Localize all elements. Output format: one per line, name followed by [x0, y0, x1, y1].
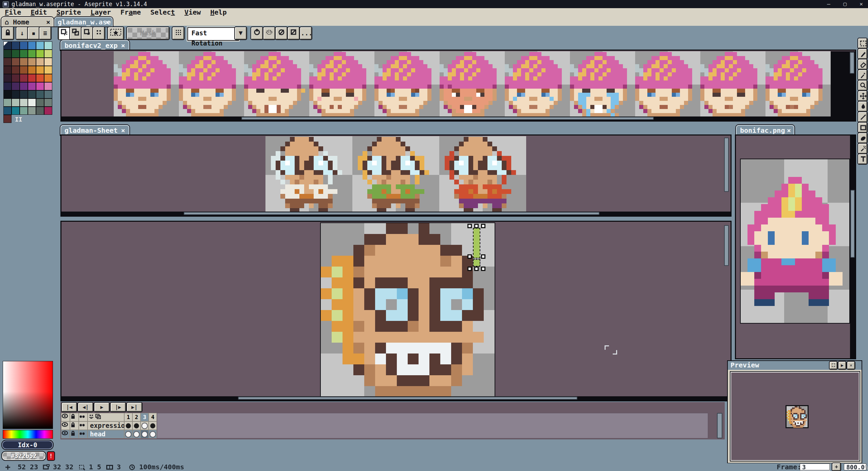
selection-handle-e[interactable] — [481, 254, 485, 259]
grid-settings-button[interactable] — [172, 27, 184, 39]
palette-swatch[interactable] — [44, 82, 52, 90]
menu-sprite[interactable]: Sprite — [52, 8, 86, 17]
selection-handle-ne[interactable] — [481, 224, 485, 228]
selection-subtract-button[interactable] — [81, 27, 93, 39]
palette-swatch[interactable] — [44, 107, 52, 115]
timeline-header-lock[interactable] — [70, 413, 79, 421]
palette-swatch[interactable] — [20, 58, 28, 66]
frame-increment-button[interactable]: + — [832, 463, 841, 471]
tab-bonifacv2-exp-close-icon[interactable]: × — [118, 41, 125, 50]
reference-editor-view[interactable] — [735, 134, 856, 359]
palette-swatch[interactable] — [36, 90, 44, 98]
mask-button[interactable]: Mask — [127, 27, 169, 39]
no-transform-button[interactable] — [288, 27, 299, 39]
marquee-tool-button[interactable] — [858, 38, 867, 48]
palette-options-button[interactable]: ≡ — [39, 27, 51, 39]
palette-swatch[interactable] — [3, 98, 12, 107]
palette-swatch[interactable] — [20, 50, 28, 58]
main-dock-horizontal-scrollbar[interactable] — [238, 397, 577, 400]
timeline-header-continuous[interactable] — [79, 413, 88, 421]
playback-last-button[interactable]: ▶| — [127, 403, 142, 412]
menu-layer[interactable]: Layer — [86, 8, 116, 17]
expression-sprite-strip[interactable] — [114, 51, 831, 118]
selection-handle-se[interactable] — [481, 267, 485, 271]
layer-name-expression[interactable]: expression — [88, 421, 124, 430]
cel-expression-frame-4[interactable] — [149, 421, 157, 430]
palette-swatch[interactable] — [28, 82, 36, 90]
palette-swatch[interactable] — [44, 41, 52, 50]
tab-home-close-icon[interactable]: × — [46, 18, 50, 26]
palette-swatch[interactable] — [20, 74, 28, 82]
eraser-tool-button[interactable] — [858, 59, 867, 69]
playback-play-button[interactable]: ▶ — [94, 403, 109, 412]
selection-handle-nw[interactable] — [467, 224, 472, 228]
palette-swatch[interactable] — [36, 41, 44, 50]
minimize-button[interactable]: – — [821, 0, 836, 8]
tab-gladman-sheet-close-icon[interactable]: × — [118, 126, 125, 134]
hue-slider[interactable] — [3, 430, 53, 439]
playback-next-button[interactable]: |▶ — [111, 403, 126, 412]
palette-lock-button[interactable] — [2, 27, 14, 39]
palette-presets-button[interactable]: ▪ — [28, 27, 39, 39]
color-index-button[interactable]: Idx-0 — [2, 440, 53, 449]
menu-file[interactable]: File — [0, 8, 26, 17]
preview-viewport[interactable] — [731, 372, 860, 461]
palette-swatch[interactable] — [12, 82, 20, 90]
palette-swatch[interactable] — [44, 90, 52, 98]
palette-swatch[interactable] — [12, 90, 20, 98]
timeline-frame-header-1[interactable]: 1 — [124, 413, 132, 421]
preview-close-button[interactable]: ✕ — [847, 362, 855, 369]
magic-wand-options-button[interactable] — [108, 27, 124, 39]
tab-bonifacv2-exp[interactable]: bonifacv2_exp× — [60, 40, 129, 50]
palette-swatch[interactable] — [36, 82, 44, 90]
cel-expression-frame-3[interactable] — [141, 421, 149, 430]
layer-name-head[interactable]: head — [88, 430, 124, 438]
palette-swatch[interactable] — [20, 82, 28, 90]
palette-swatch[interactable] — [44, 66, 52, 74]
spray-tool-button[interactable] — [858, 144, 867, 153]
selection-intersect-button[interactable] — [93, 27, 105, 39]
move-tool-button[interactable] — [858, 91, 867, 101]
mid-dock-vertical-scrollbar[interactable] — [724, 138, 729, 192]
menu-view[interactable]: View — [180, 8, 205, 17]
text-tool-button[interactable] — [858, 154, 867, 164]
palette-swatch[interactable] — [36, 50, 44, 58]
palette-swatch[interactable] — [3, 82, 12, 90]
color-warning-button[interactable]: ! — [48, 452, 54, 460]
layer-head-continuous[interactable] — [79, 430, 88, 438]
top-dock-vertical-scrollbar[interactable] — [850, 52, 854, 74]
palette-swatch[interactable] — [3, 90, 12, 98]
palette-swatch[interactable] — [3, 107, 12, 115]
selection-replace-button[interactable] — [58, 27, 70, 39]
layer-head-visibility[interactable] — [61, 430, 70, 438]
palette-swatch[interactable] — [12, 50, 20, 58]
palette-swatch[interactable] — [28, 107, 36, 115]
timeline-empty-area[interactable] — [157, 413, 708, 438]
cel-head-frame-1[interactable] — [124, 430, 132, 438]
main-dock-vertical-scrollbar[interactable] — [724, 225, 729, 266]
palette-swatch[interactable] — [28, 74, 36, 82]
palette-swatch[interactable] — [12, 41, 20, 50]
playback-prev-button[interactable]: ◀| — [78, 403, 93, 412]
mid-dock-hscroll-track[interactable] — [61, 212, 731, 216]
selection-handle-s[interactable] — [474, 267, 479, 271]
layer-head-lock[interactable] — [70, 430, 79, 438]
palette-swatch[interactable] — [20, 98, 28, 107]
palette-swatch[interactable] — [28, 41, 36, 50]
palette-swatch[interactable] — [3, 58, 12, 66]
selection-add-button[interactable] — [70, 27, 81, 39]
maximize-button[interactable]: ▢ — [837, 0, 853, 8]
selection-handle-w[interactable] — [467, 254, 472, 259]
palette-swatch[interactable] — [3, 74, 12, 82]
main-dock-hscroll-track[interactable] — [61, 396, 731, 400]
palette-swatch[interactable] — [3, 115, 12, 123]
contour-tool-button[interactable] — [858, 133, 867, 143]
palette-swatch[interactable] — [36, 74, 44, 82]
hex-color-field[interactable]: #322b52 — [2, 452, 45, 460]
menu-frame[interactable]: Frame — [116, 8, 146, 17]
skew-tool-button[interactable] — [263, 27, 275, 39]
palette-swatch[interactable] — [36, 66, 44, 74]
zoom-tool-button[interactable] — [858, 80, 867, 90]
timeline-frame-header-3[interactable]: 3 — [141, 413, 149, 421]
cel-expression-frame-1[interactable] — [124, 421, 132, 430]
